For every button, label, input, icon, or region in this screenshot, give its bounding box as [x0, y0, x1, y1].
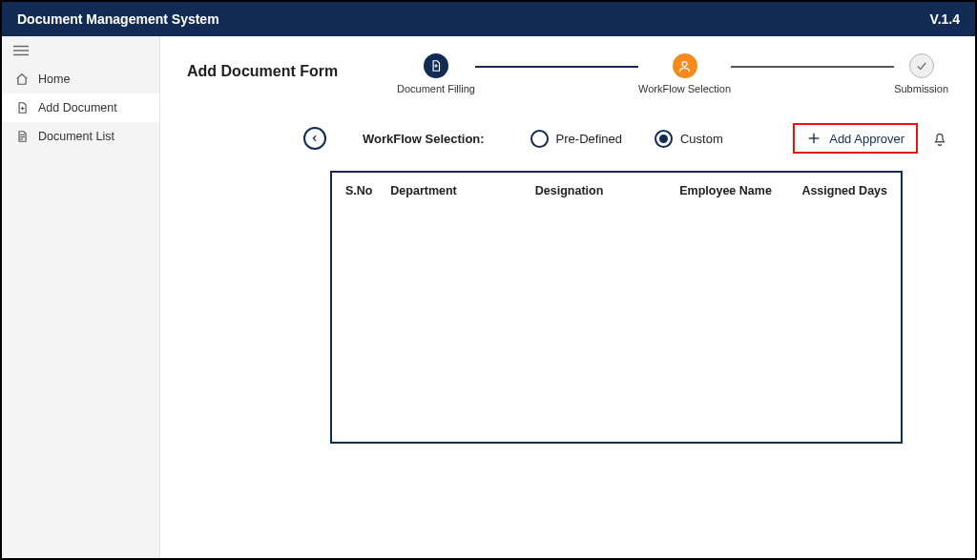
check-step-icon — [915, 59, 928, 73]
svg-point-6 — [682, 61, 687, 66]
step-circle-done — [424, 53, 448, 78]
step-label: WorkFlow Selection — [638, 83, 731, 94]
sidebar-item-home[interactable]: Home — [2, 65, 159, 93]
page-title: Add Document Form — [187, 63, 378, 80]
bell-icon[interactable] — [931, 130, 948, 147]
table-header: S.No Department Designation Employee Nam… — [332, 173, 901, 209]
home-icon — [15, 73, 29, 86]
chevron-left-icon — [310, 134, 320, 143]
sidebar-item-document-list[interactable]: Document List — [2, 122, 159, 151]
sidebar-item-label: Home — [38, 73, 70, 86]
workflow-controls: WorkFlow Selection: Pre-Defined Custom A… — [303, 123, 948, 154]
step-submission: Submission — [894, 53, 948, 94]
sidebar-item-label: Add Document — [38, 101, 117, 114]
step-connector — [475, 66, 638, 68]
col-dept: Department — [390, 184, 534, 197]
step-circle-active — [673, 53, 697, 78]
step-connector — [731, 66, 894, 68]
main-content: Add Document Form Document Filling — [160, 36, 975, 558]
radio-label: Pre-Defined — [556, 132, 622, 146]
approver-table: S.No Department Designation Employee Nam… — [330, 171, 903, 444]
workflow-selection-label: WorkFlow Selection: — [363, 132, 485, 146]
hamburger-icon — [13, 45, 29, 56]
add-approver-button[interactable]: Add Approver — [793, 123, 918, 154]
workflow-radio-group: Pre-Defined Custom — [530, 130, 723, 148]
sidebar-item-label: Document List — [38, 130, 114, 143]
step-label: Submission — [894, 83, 948, 94]
document-list-icon — [15, 130, 29, 143]
col-days: Assigned Days — [797, 184, 887, 197]
radio-predefined[interactable]: Pre-Defined — [530, 130, 622, 148]
col-emp: Employee Name — [679, 184, 797, 197]
radio-circle — [530, 130, 549, 148]
sidebar-item-add-document[interactable]: Add Document — [2, 93, 159, 122]
step-circle-pending — [909, 53, 934, 78]
document-step-icon — [429, 59, 443, 73]
user-step-icon — [677, 59, 692, 73]
menu-toggle[interactable] — [2, 36, 159, 65]
stepper: Document Filling WorkFlow Selection — [397, 53, 948, 94]
add-approver-label: Add Approver — [829, 132, 904, 146]
step-label: Document Filling — [397, 83, 475, 94]
radio-circle-checked — [655, 130, 673, 148]
sidebar: Home Add Document Document List — [2, 36, 160, 558]
col-sno: S.No — [345, 184, 390, 197]
app-version: V.1.4 — [930, 11, 960, 27]
step-workflow-selection: WorkFlow Selection — [638, 53, 731, 94]
back-button[interactable] — [303, 127, 326, 150]
add-document-icon — [15, 101, 29, 114]
top-bar: Document Management System V.1.4 — [2, 2, 975, 36]
col-desig: Designation — [535, 184, 679, 197]
step-document-filling: Document Filling — [397, 53, 475, 94]
radio-label: Custom — [680, 132, 723, 146]
app-title: Document Management System — [17, 11, 219, 27]
plus-icon — [806, 131, 821, 146]
radio-custom[interactable]: Custom — [655, 130, 723, 148]
